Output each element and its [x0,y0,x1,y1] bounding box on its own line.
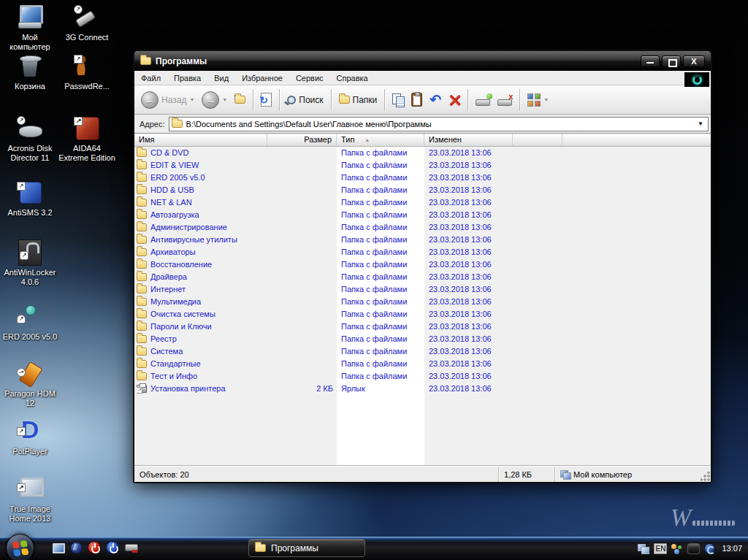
cell-name[interactable]: Очистка системы [137,308,267,321]
desktop-icon[interactable]: AIDA64 Extreme Edition [58,115,115,163]
desktop-icon[interactable]: Paragon HDM 12 [1,361,58,408]
tray-app-icon-molecule[interactable] [671,542,683,554]
forward-button[interactable]: → ▼ [198,88,231,112]
cell-name[interactable]: Администрирование [137,221,267,234]
file-name[interactable]: NET & LAN [150,196,192,209]
minimize-button[interactable] [641,55,660,67]
file-name[interactable]: Восстановление [150,258,212,271]
table-row[interactable]: Установка принтера 2 КБ Ярлык 23.03.2018… [134,383,711,395]
window-titlebar[interactable]: Программы [134,51,711,71]
file-name[interactable]: Пароли и Ключи [150,321,212,333]
start-button[interactable] [6,534,34,560]
cell-name[interactable]: Драйвера [137,271,267,283]
quicklaunch-drive-button[interactable] [124,541,137,554]
map-drive-button[interactable] [472,88,494,112]
quicklaunch-media-button[interactable] [69,541,83,554]
cell-name[interactable]: EDIT & VIEW [137,159,267,172]
file-name[interactable]: Архиваторы [150,246,196,258]
forward-dropdown-icon[interactable]: ▼ [222,97,227,102]
resize-grip[interactable] [701,472,710,481]
file-name[interactable]: Установка принтера [150,383,226,395]
cell-name[interactable]: Антивирусные утилиты [137,234,267,246]
paste-button[interactable] [408,88,426,112]
up-button[interactable]: ↑ [231,88,249,112]
file-name[interactable]: Администрирование [150,221,227,234]
file-name[interactable]: Тест и Инфо [150,370,197,383]
table-row[interactable]: Драйвера Папка с файлами 23.03.2018 13:0… [134,271,711,283]
desktop-icon[interactable]: Мой компьютер [1,4,58,52]
maximize-button[interactable] [662,55,681,67]
table-row[interactable]: ERD 2005 v5.0 Папка с файлами 23.03.2018… [134,172,711,184]
menu-item[interactable]: Справка [330,71,375,85]
address-combobox[interactable]: B:\Documents and Settings\Default User\Г… [169,117,709,131]
menu-item[interactable]: Избранное [235,71,289,85]
cell-name[interactable]: HDD & USB [137,184,267,196]
quicklaunch-shutdown-button[interactable] [88,541,101,554]
table-row[interactable]: CD & DVD Папка с файлами 23.03.2018 13:0… [134,147,711,159]
views-dropdown-icon[interactable]: ▼ [543,97,549,102]
cell-name[interactable]: Автозагрузка [137,209,267,221]
table-row[interactable]: HDD & USB Папка с файлами 23.03.2018 13:… [134,184,711,196]
cell-name[interactable]: Стандартные [137,358,267,370]
desktop-icon[interactable]: PasswdRe... [58,53,115,91]
cell-name[interactable]: Установка принтера [137,383,267,395]
file-name[interactable]: Очистка системы [150,308,215,321]
language-indicator[interactable]: EN [654,543,667,554]
desktop-icon[interactable]: ERD 2005 v5.0 [1,304,58,342]
quicklaunch-restart-button[interactable] [106,541,119,554]
back-dropdown-icon[interactable]: ▼ [189,97,194,102]
file-name[interactable]: Драйвера [150,271,187,283]
search-button[interactable]: Поиск [283,88,327,112]
table-row[interactable]: Антивирусные утилиты Папка с файлами 23.… [134,234,711,246]
column-header-type[interactable]: Тип▲ [337,134,424,146]
delete-button[interactable] [445,88,464,112]
cell-name[interactable]: Тест и Инфо [137,370,267,383]
back-button[interactable]: ← Назад ▼ [137,88,198,112]
folders-button[interactable]: Папки [335,88,381,112]
cell-name[interactable]: ERD 2005 v5.0 [137,172,267,184]
table-row[interactable]: Пароли и Ключи Папка с файлами 23.03.201… [134,321,711,333]
cell-name[interactable]: Пароли и Ключи [137,321,267,333]
table-row[interactable]: Администрирование Папка с файлами 23.03.… [134,221,711,234]
desktop-icon[interactable]: 3G Connect [58,4,115,42]
menu-item[interactable]: Файл [134,71,167,85]
table-row[interactable]: Тест и Инфо Папка с файлами 23.03.2018 1… [134,370,711,383]
table-row[interactable]: Архиваторы Папка с файлами 23.03.2018 13… [134,246,711,258]
tray-app-icon-dark[interactable] [687,543,700,554]
table-row[interactable]: Реестр Папка с файлами 23.03.2018 13:06 [134,333,711,345]
desktop-icon[interactable]: True Image Home 2013 [1,476,58,523]
cell-name[interactable]: Мультимедиа [137,296,267,308]
tray-app-icon-swirl[interactable] [704,543,715,554]
task-button-programs[interactable]: Программы [248,539,365,557]
menu-item[interactable]: Сервис [289,71,330,85]
file-name[interactable]: EDIT & VIEW [150,159,199,172]
desktop-icon[interactable]: AntiSMS 3.2 [1,180,58,218]
address-dropdown-button[interactable]: ▼ [695,118,706,131]
file-name[interactable]: HDD & USB [150,184,194,196]
file-name[interactable]: Интернет [150,283,186,296]
refresh-button[interactable]: ↻ [257,88,275,112]
clock[interactable]: 13:07 [722,544,742,553]
column-header-modified[interactable]: Изменен [424,134,513,146]
cell-name[interactable]: Архиваторы [137,246,267,258]
desktop-icon[interactable]: Acronis Disk Director 11 [1,115,58,163]
file-name[interactable]: Реестр [150,333,177,345]
file-name[interactable]: Мультимедиа [150,296,201,308]
file-name[interactable]: CD & DVD [150,147,189,159]
undo-button[interactable]: ↶ [426,88,445,112]
table-row[interactable]: Восстановление Папка с файлами 23.03.201… [134,258,711,271]
cell-name[interactable]: Система [137,345,267,358]
desktop-icon[interactable]: PotPlayer [1,418,58,456]
table-row[interactable]: Автозагрузка Папка с файлами 23.03.2018 … [134,209,711,221]
table-row[interactable]: EDIT & VIEW Папка с файлами 23.03.2018 1… [134,159,711,172]
table-row[interactable]: Очистка системы Папка с файлами 23.03.20… [134,308,711,321]
file-name[interactable]: Стандартные [150,358,201,370]
close-button[interactable] [683,55,705,67]
show-desktop-button[interactable] [51,541,64,554]
cell-name[interactable]: Интернет [137,283,267,296]
desktop-icon[interactable]: Корзина [1,53,58,91]
file-name[interactable]: Система [150,345,183,358]
disconnect-drive-button[interactable]: x [494,88,516,112]
copy-button[interactable] [389,88,408,112]
table-row[interactable]: Мультимедиа Папка с файлами 23.03.2018 1… [134,296,711,308]
